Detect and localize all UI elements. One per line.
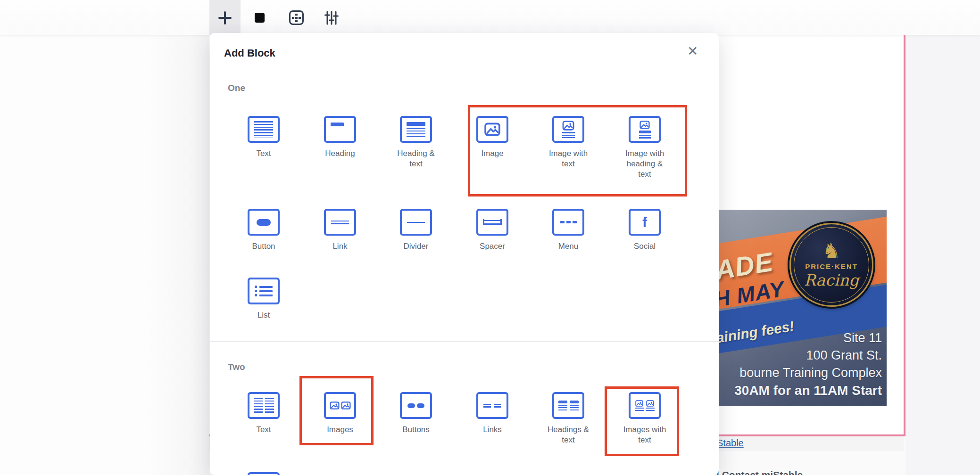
square-icon [255,13,265,23]
block-option-label: Divider [392,241,440,252]
ad-detail-line: 30AM for an 11AM Start [734,382,882,399]
image-text-block-icon [552,116,584,143]
two-buttons-block-icon [400,392,432,419]
right-gutter [905,35,980,475]
menu-block-icon [552,209,584,236]
section-label-two: Two [228,362,245,372]
section-label-one: One [228,83,245,93]
price-kent-logo: ♞ PRICE·KENT Racing [789,223,873,307]
block-option-label: Image [468,148,516,159]
block-option-text[interactable]: Text [228,116,299,159]
two-column-text-block-icon [248,392,280,419]
block-option-label: Buttons [392,425,440,435]
stable-link[interactable]: Stable [717,438,744,449]
block-option-button[interactable]: Button [228,209,299,252]
block-option-label: Images [316,425,364,435]
block-option-label: Images with text [621,425,669,445]
block-option-label: Heading [316,148,364,159]
block-option-label: Headings & text [544,425,592,445]
two-images-text-block-icon [629,392,661,419]
block-option-image[interactable]: Image [457,116,528,159]
block-option-menu[interactable]: Menu [533,209,604,252]
block-option-label: Heading & text [392,148,440,169]
block-option-partial[interactable] [228,472,299,475]
plus-icon [218,11,232,25]
block-option-text-two[interactable]: Text [228,392,299,435]
block-option-label: Image with text [544,148,592,169]
block-option-image-text[interactable]: Image with text [533,116,604,169]
two-links-block-icon [476,392,508,419]
heading-block-icon [324,116,356,143]
text-block-icon [248,116,280,143]
block-option-label: Text [240,148,288,159]
add-block-modal: Add Block ✕ One Text Heading Heading & t… [210,33,719,475]
ad-details-block: Site 11 100 Grant St. bourne Training Co… [734,329,882,399]
ad-detail-line: 100 Grant St. [734,347,882,364]
block-option-label: Links [468,425,516,435]
add-block-button[interactable] [209,0,241,35]
block-option-label: Image with heading & text [621,148,669,180]
two-headings-text-block-icon [552,392,584,419]
block-option-images-text-two[interactable]: Images with text [609,392,680,445]
settings-sliders-button[interactable] [316,0,347,35]
editor-toolbar [0,0,980,35]
list-block-icon [248,278,280,304]
block-option-images-two[interactable]: Images [305,392,375,435]
grid-icon [289,10,304,25]
block-option-divider[interactable]: Divider [381,209,451,252]
modal-title: Add Block [224,47,275,59]
block-option-label: Menu [544,241,592,252]
logo-script-text: Racing [804,271,859,289]
block-option-label: Button [240,241,288,252]
sliders-icon [324,10,339,25]
block-option-heading-text[interactable]: Heading & text [381,116,451,169]
blocks-grid-button[interactable] [281,0,312,35]
contact-mistable-text: l Contact miStable [716,469,803,475]
page-background [0,35,209,475]
block-option-headings-text-two[interactable]: Headings & text [533,392,604,445]
section-divider [210,341,719,342]
close-icon[interactable]: ✕ [687,43,698,59]
image-block-icon [476,116,508,143]
racehorse-icon: ♞ [822,241,840,262]
block-option-social[interactable]: f Social [609,209,680,252]
block-option-buttons-two[interactable]: Buttons [381,392,451,435]
heading-text-block-icon [400,116,432,143]
block-option-links-two[interactable]: Links [457,392,528,435]
block-option-label: Social [621,241,669,252]
block-option-label: Text [240,425,288,435]
logo-brand-text: PRICE·KENT [805,262,858,270]
link-block-icon [324,209,356,236]
block-option-spacer[interactable]: Spacer [457,209,528,252]
stop-block-button[interactable] [244,0,275,35]
block-option-label: Spacer [468,241,516,252]
block-option-link[interactable]: Link [305,209,375,252]
two-images-block-icon [324,392,356,419]
divider-block-icon [400,209,432,236]
ad-detail-line: Site 11 [734,329,882,347]
image-heading-text-block-icon [629,116,661,143]
button-block-icon [248,209,280,236]
block-option-label: Link [316,241,364,252]
ad-image[interactable]: ADE H MAY aining fees! ♞ PRICE·KENT Raci… [719,210,887,406]
block-option-image-heading-text[interactable]: Image with heading & text [609,116,680,180]
ad-detail-line: bourne Training Complex [734,364,882,382]
spacer-block-icon [476,209,508,236]
partial-block-icon [248,472,280,475]
facebook-icon: f [629,209,661,236]
block-option-label: List [240,310,288,320]
block-option-heading[interactable]: Heading [305,116,375,159]
block-option-list[interactable]: List [228,278,299,320]
